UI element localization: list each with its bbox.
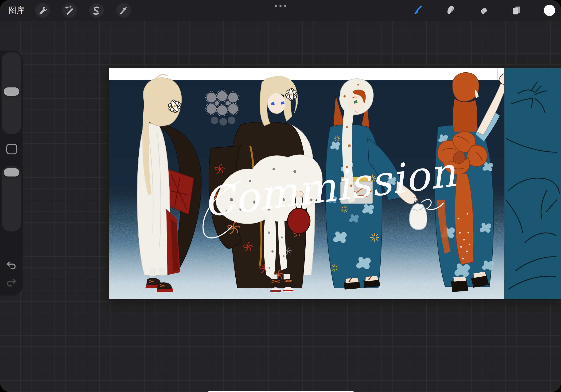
more-options-icon[interactable] [271, 3, 290, 9]
brush-size-slider[interactable] [2, 52, 21, 134]
top-toolbar: 图库 [0, 0, 561, 21]
layers-button[interactable] [510, 4, 523, 17]
paint-tool-button[interactable] [411, 4, 424, 17]
brush-sidebar [0, 51, 22, 296]
modify-button[interactable] [6, 144, 17, 154]
transform-arrow-icon [118, 5, 129, 16]
selection-button[interactable] [89, 3, 104, 18]
smudge-tool-button[interactable] [444, 4, 457, 17]
artwork-svg: Commission [109, 68, 561, 299]
undo-button[interactable] [0, 257, 22, 273]
sketch-panel [504, 68, 561, 299]
gallery-button[interactable]: 图库 [9, 0, 25, 21]
color-swatch-button[interactable] [543, 4, 556, 17]
redo-button[interactable] [0, 274, 22, 290]
ipad-screen: Commission [0, 0, 561, 392]
redo-icon [5, 276, 17, 288]
active-color-white [544, 5, 555, 16]
canvas-artwork[interactable]: Commission [109, 68, 561, 299]
eraser-icon [478, 4, 490, 16]
gallery-label: 图库 [9, 5, 25, 16]
actions-button[interactable] [35, 3, 50, 18]
transform-button[interactable] [116, 3, 131, 18]
brush-size-handle[interactable] [4, 87, 19, 96]
selection-s-icon [91, 5, 102, 16]
paint-brush-icon [412, 4, 424, 16]
undo-icon [5, 259, 17, 271]
eraser-tool-button[interactable] [477, 4, 490, 17]
adjustments-button[interactable] [62, 3, 77, 18]
layers-icon [510, 4, 523, 16]
procreate-app: Commission [0, 0, 561, 392]
canvas-white-band [109, 68, 504, 80]
opacity-handle[interactable] [4, 168, 19, 176]
smudge-icon [445, 4, 457, 16]
opacity-slider[interactable] [2, 166, 21, 231]
magic-wand-icon [64, 5, 75, 16]
wrench-icon [37, 5, 48, 16]
